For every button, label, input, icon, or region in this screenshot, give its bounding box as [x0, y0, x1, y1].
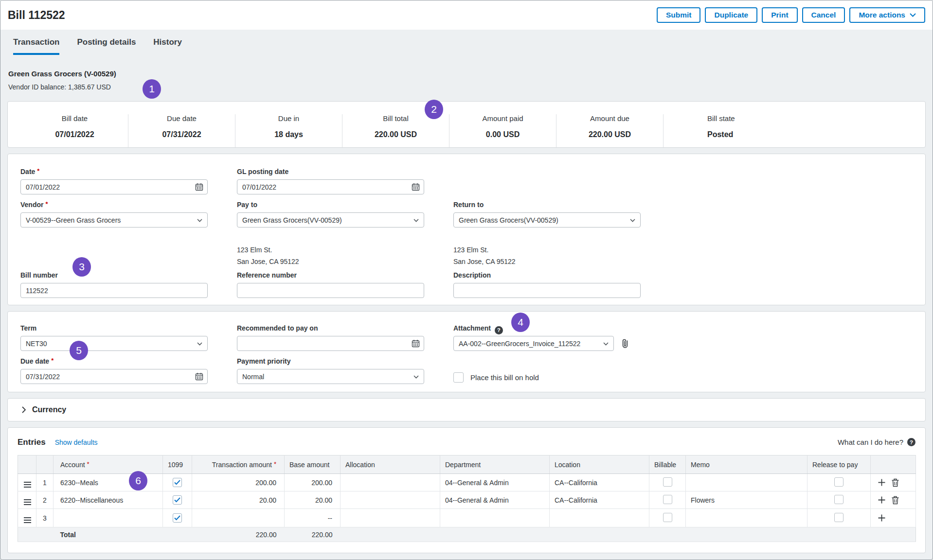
billable-checkbox[interactable] — [663, 495, 672, 504]
tab-posting-details[interactable]: Posting details — [77, 30, 136, 55]
summary-value: 220.00 USD — [556, 130, 663, 139]
submit-button[interactable]: Submit — [657, 7, 701, 23]
summary-label: Amount paid — [449, 114, 556, 122]
gl-posting-date-field: GL posting date — [237, 168, 424, 194]
billable-checkbox[interactable] — [663, 513, 672, 522]
help-icon[interactable]: ? — [907, 438, 915, 446]
vendor-label: Vendor* — [20, 201, 208, 209]
location-cell[interactable]: CA--California — [550, 474, 649, 491]
drag-handle-icon[interactable] — [23, 481, 32, 489]
return-to-select-value: Green Grass Grocers(VV-00529) — [459, 216, 558, 224]
memo-column-header: Memo — [686, 455, 807, 474]
cancel-button[interactable]: Cancel — [802, 7, 845, 23]
required-marker: * — [274, 460, 276, 468]
bill-number-label: Bill number — [20, 271, 208, 280]
allocation-cell[interactable] — [341, 509, 440, 527]
1099-checkbox[interactable] — [173, 495, 182, 505]
add-row-icon[interactable] — [878, 514, 886, 522]
calendar-icon[interactable] — [195, 183, 203, 191]
release-to-pay-checkbox[interactable] — [834, 477, 843, 487]
entries-total-row: Total 220.00 220.00 — [18, 527, 916, 542]
add-row-icon[interactable] — [878, 496, 886, 504]
tab-transaction[interactable]: Transaction — [13, 30, 59, 55]
payment-priority-select[interactable]: Normal — [237, 369, 424, 384]
payment-priority-field: Payment priority Normal — [237, 357, 424, 384]
return-to-select[interactable]: Green Grass Grocers(VV-00529) — [453, 212, 641, 228]
gl-posting-date-label: GL posting date — [237, 168, 424, 176]
transaction-amount-cell[interactable]: 200.00 — [192, 474, 285, 491]
duplicate-button[interactable]: Duplicate — [705, 7, 757, 23]
delete-row-icon[interactable] — [892, 496, 899, 505]
pay-to-select[interactable]: Green Grass Grocers(VV-00529) — [237, 212, 424, 228]
date-input[interactable] — [20, 179, 208, 194]
gl-posting-date-input[interactable] — [237, 179, 424, 194]
callout-badge-4: 4 — [511, 313, 530, 332]
release-to-pay-checkbox[interactable] — [834, 495, 843, 504]
summary-value: 0.00 USD — [449, 130, 556, 139]
delete-row-icon[interactable] — [892, 478, 899, 487]
vendor-header: Green Grass Grocers (V-00529) Vendor ID … — [0, 69, 933, 91]
transaction-amount-cell[interactable] — [192, 509, 285, 527]
recommended-to-pay-on-field: Recommended to pay on — [237, 324, 424, 351]
page-title: Bill 112522 — [8, 9, 65, 22]
top-bar: Bill 112522 Submit Duplicate Print Cance… — [0, 0, 933, 30]
account-cell[interactable] — [54, 509, 163, 527]
bill-number-input[interactable] — [20, 283, 208, 298]
help-icon[interactable]: ? — [495, 326, 503, 334]
attachment-select[interactable]: AA-002--GreenGrocers_Invoice_112522 — [453, 336, 614, 351]
allocation-cell[interactable] — [341, 474, 440, 491]
hold-checkbox[interactable] — [453, 372, 464, 383]
tab-bar: Transaction Posting details History — [0, 30, 933, 55]
base-amount-cell: -- — [285, 509, 341, 527]
row-number: 2 — [36, 491, 54, 509]
callout-badge-1: 1 — [143, 79, 161, 99]
drag-handle-icon[interactable] — [23, 498, 32, 506]
account-cell[interactable]: 6220--Miscellaneous — [54, 491, 163, 509]
memo-cell[interactable]: Flowers — [686, 491, 807, 509]
tab-history[interactable]: History — [153, 30, 182, 55]
attachment-select-value: AA-002--GreenGrocers_Invoice_112522 — [459, 340, 580, 348]
vendor-select[interactable]: V-00529--Green Grass Grocers — [20, 212, 208, 228]
currency-section-title: Currency — [32, 405, 66, 414]
due-date-input[interactable] — [20, 369, 208, 384]
calendar-icon[interactable] — [412, 339, 420, 348]
account-column-header: Account* — [54, 455, 163, 474]
billable-checkbox[interactable] — [663, 477, 672, 487]
location-cell[interactable]: CA--California — [550, 491, 649, 509]
currency-section[interactable]: Currency — [7, 398, 926, 421]
summary-label: Bill date — [21, 114, 128, 122]
memo-cell[interactable] — [686, 509, 807, 527]
summary-label: Bill state — [707, 114, 925, 122]
address-line: 123 Elm St. — [237, 244, 424, 256]
location-cell[interactable] — [550, 509, 649, 527]
department-cell[interactable]: 04--General & Admin — [440, 474, 550, 491]
reference-number-input[interactable] — [237, 283, 424, 298]
print-button[interactable]: Print — [762, 7, 797, 23]
bill-number-field: Bill number — [20, 271, 208, 298]
toolbar: Submit Duplicate Print Cancel More actio… — [657, 7, 925, 23]
return-to-address: 123 Elm St. San Jose, CA 95122 — [453, 244, 641, 267]
paperclip-icon[interactable] — [621, 338, 630, 349]
release-to-pay-checkbox[interactable] — [834, 513, 843, 522]
drag-handle-icon[interactable] — [23, 516, 32, 524]
chevron-down-icon — [413, 375, 419, 379]
transaction-amount-cell[interactable]: 20.00 — [192, 491, 285, 509]
memo-cell[interactable] — [686, 474, 807, 491]
more-actions-button[interactable]: More actions — [849, 7, 925, 23]
description-input[interactable] — [453, 283, 641, 298]
calendar-icon[interactable] — [195, 372, 203, 381]
1099-checkbox[interactable] — [173, 478, 182, 487]
department-cell[interactable]: 04--General & Admin — [440, 491, 550, 509]
required-marker: * — [37, 167, 39, 175]
add-row-icon[interactable] — [878, 478, 886, 487]
calendar-icon[interactable] — [412, 183, 420, 191]
callout-badge-2: 2 — [425, 100, 443, 119]
department-cell[interactable] — [440, 509, 550, 527]
recommended-to-pay-on-input[interactable] — [237, 336, 424, 351]
show-defaults-link[interactable]: Show defaults — [55, 438, 98, 446]
what-can-i-do-here-link[interactable]: What can I do here? — [838, 438, 903, 446]
summary-due-in: Due in 18 days — [235, 114, 342, 147]
allocation-cell[interactable] — [341, 491, 440, 509]
1099-checkbox[interactable] — [173, 513, 182, 523]
term-select[interactable]: NET30 — [20, 336, 208, 351]
